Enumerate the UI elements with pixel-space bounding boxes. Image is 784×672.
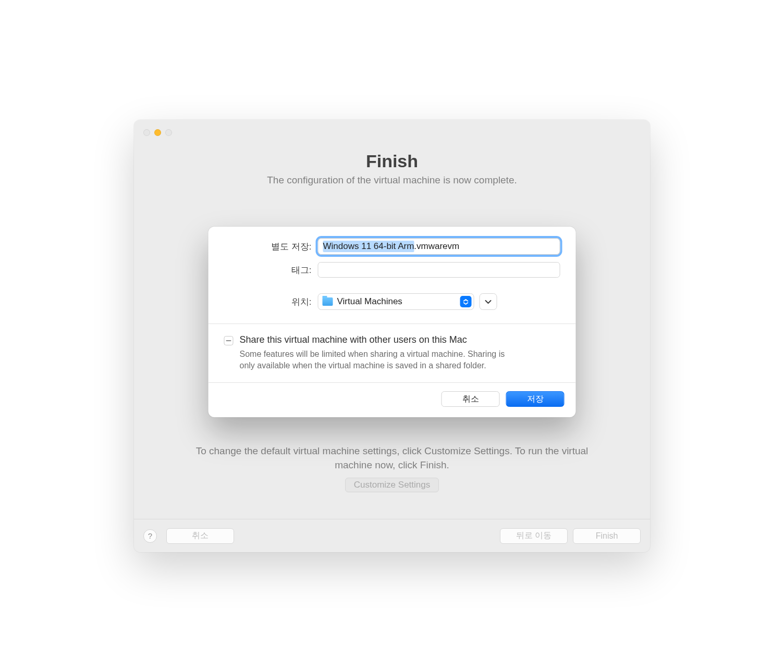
share-section: Share this virtual machine with other us… [209, 324, 576, 382]
share-vm-title: Share this virtual machine with other us… [240, 334, 511, 345]
wizard-instructions: To change the default virtual machine se… [134, 444, 650, 492]
wizard-cancel-button[interactable]: 취소 [166, 528, 234, 544]
help-button[interactable]: ? [143, 529, 157, 543]
filename-selected-text: Windows 11 64-bit Arm [323, 241, 414, 252]
save-sheet: 별도 저장: Windows 11 64-bit Arm.vmwarevm 태그… [209, 227, 576, 417]
save-as-label: 별도 저장: [224, 241, 318, 253]
share-vm-description: Some features will be limited when shari… [240, 349, 511, 371]
share-vm-checkbox[interactable] [224, 336, 234, 345]
where-popup[interactable]: Virtual Machines [318, 293, 474, 310]
where-row: 위치: Virtual Machines [224, 293, 560, 310]
where-label: 위치: [224, 296, 318, 308]
setup-wizard-window: Finish The configuration of the virtual … [134, 120, 650, 552]
wizard-back-button[interactable]: 뒤로 이동 [500, 528, 568, 544]
chevron-down-icon [485, 300, 492, 304]
save-as-row: 별도 저장: Windows 11 64-bit Arm.vmwarevm [224, 238, 560, 255]
where-value: Virtual Machines [337, 296, 456, 307]
instructions-text: To change the default virtual machine se… [181, 444, 603, 472]
sheet-cancel-button[interactable]: 취소 [442, 391, 500, 407]
page-title: Finish [366, 151, 418, 171]
page-subtitle: The configuration of the virtual machine… [267, 175, 517, 186]
save-sheet-body: 별도 저장: Windows 11 64-bit Arm.vmwarevm 태그… [209, 227, 576, 323]
sheet-footer: 취소 저장 [209, 383, 576, 417]
expand-save-dialog-button[interactable] [480, 293, 497, 310]
wizard-bottom-bar: ? 취소 뒤로 이동 Finish [134, 519, 650, 552]
customize-settings-button[interactable]: Customize Settings [345, 478, 439, 492]
tags-label: 태그: [224, 264, 318, 276]
tags-field[interactable] [318, 262, 560, 278]
tags-row: 태그: [224, 262, 560, 278]
wizard-finish-button[interactable]: Finish [573, 528, 641, 544]
sheet-save-button[interactable]: 저장 [506, 391, 565, 407]
popup-stepper-icon [460, 296, 472, 307]
save-as-field[interactable]: Windows 11 64-bit Arm.vmwarevm [318, 238, 560, 255]
filename-extension-text: .vmwarevm [414, 241, 459, 252]
folder-icon [323, 297, 333, 306]
